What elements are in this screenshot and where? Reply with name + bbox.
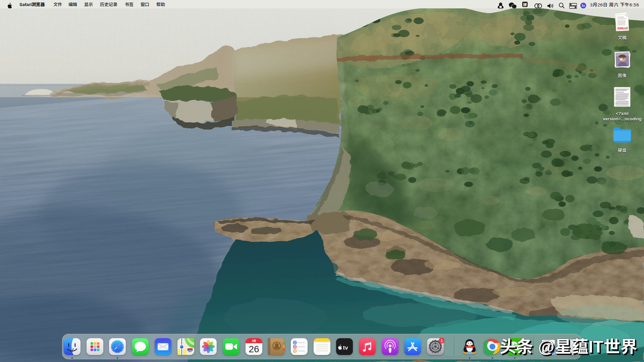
svg-text:tv: tv [343, 345, 348, 351]
svg-text:3月: 3月 [252, 339, 256, 343]
svg-text:280: 280 [188, 350, 192, 352]
svg-text:XMind: XMind [617, 26, 628, 30]
svg-text:26: 26 [249, 344, 259, 354]
svg-text:1: 1 [441, 339, 443, 343]
